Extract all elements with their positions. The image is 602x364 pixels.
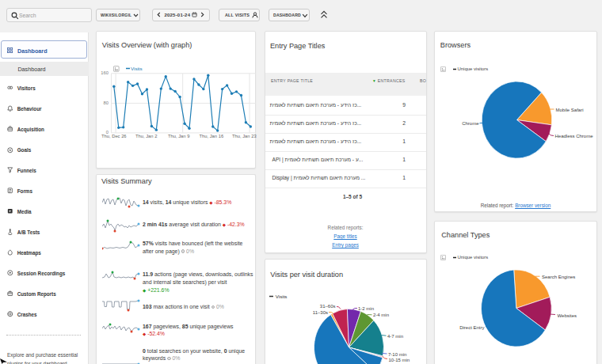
svg-text:Websites: Websites [558,313,577,318]
svg-text:4-7 min: 4-7 min [387,334,403,339]
svg-text:Search Engines: Search Engines [542,275,575,279]
svg-text:Mobile Safari: Mobile Safari [556,108,584,112]
svg-text:10-15 min: 10-15 min [388,358,410,362]
svg-text:11–30s: 11–30s [312,310,327,315]
svg-text:Headless Chrome: Headless Chrome [555,134,594,138]
svg-text:1-2 min: 1-2 min [358,306,374,311]
svg-text:31–60s: 31–60s [319,304,335,309]
svg-text:Chrome: Chrome [462,121,479,126]
svg-text:Direct Entry: Direct Entry [459,325,484,330]
svg-text:7-10 min: 7-10 min [388,352,406,357]
svg-text:2-4 min: 2-4 min [373,313,389,317]
